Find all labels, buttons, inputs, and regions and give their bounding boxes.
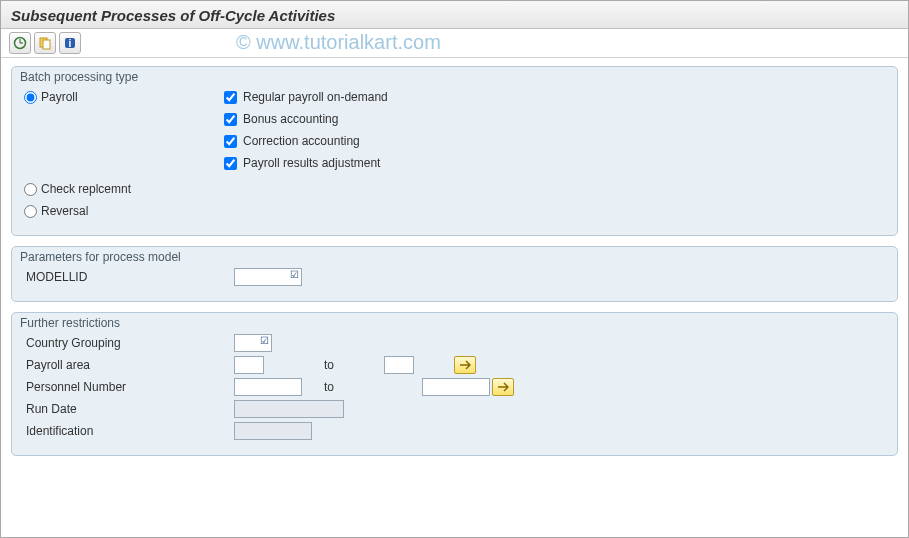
svg-rect-4 [43,40,50,49]
check-regular-label: Regular payroll on-demand [243,90,388,104]
label-payroll-area: Payroll area [24,358,234,372]
input-modellid[interactable] [234,268,302,286]
radio-payroll-label: Payroll [41,90,78,104]
label-modellid: MODELLID [24,270,234,284]
label-to: to [302,380,422,394]
info-button[interactable]: i [59,32,81,54]
input-country-grouping[interactable] [234,334,272,352]
multi-select-personnel-number[interactable] [492,378,514,396]
check-correction-label: Correction accounting [243,134,360,148]
check-bonus-label: Bonus accounting [243,112,338,126]
label-to: to [264,358,384,372]
input-identification [234,422,312,440]
group-restrictions: Further restrictions Country Grouping ☑ … [11,312,898,456]
input-run-date [234,400,344,418]
radio-payroll[interactable] [24,91,37,104]
check-adjust[interactable] [224,157,237,170]
group-params: Parameters for process model MODELLID ☑ [11,246,898,302]
svg-text:i: i [69,38,72,49]
check-bonus[interactable] [224,113,237,126]
input-personnel-number-to[interactable] [422,378,490,396]
label-country-grouping: Country Grouping [24,336,234,350]
radio-check-replcemnt-label: Check replcemnt [41,182,131,196]
label-run-date: Run Date [24,402,234,416]
group-batch-type: Batch processing type Payroll Regular pa… [11,66,898,236]
multi-select-payroll-area[interactable] [454,356,476,374]
input-payroll-area-to[interactable] [384,356,414,374]
check-correction[interactable] [224,135,237,148]
content: Batch processing type Payroll Regular pa… [1,58,908,474]
group-restrictions-title: Further restrictions [20,316,120,330]
page-title: Subsequent Processes of Off-Cycle Activi… [1,1,908,29]
check-adjust-label: Payroll results adjustment [243,156,380,170]
radio-reversal[interactable] [24,205,37,218]
check-regular[interactable] [224,91,237,104]
radio-check-replcemnt[interactable] [24,183,37,196]
get-variant-button[interactable] [34,32,56,54]
label-personnel-number: Personnel Number [24,380,234,394]
toolbar: i [1,29,908,58]
input-personnel-number-from[interactable] [234,378,302,396]
group-batch-title: Batch processing type [20,70,138,84]
execute-button[interactable] [9,32,31,54]
label-identification: Identification [24,424,234,438]
input-payroll-area-from[interactable] [234,356,264,374]
radio-reversal-label: Reversal [41,204,88,218]
group-params-title: Parameters for process model [20,250,181,264]
